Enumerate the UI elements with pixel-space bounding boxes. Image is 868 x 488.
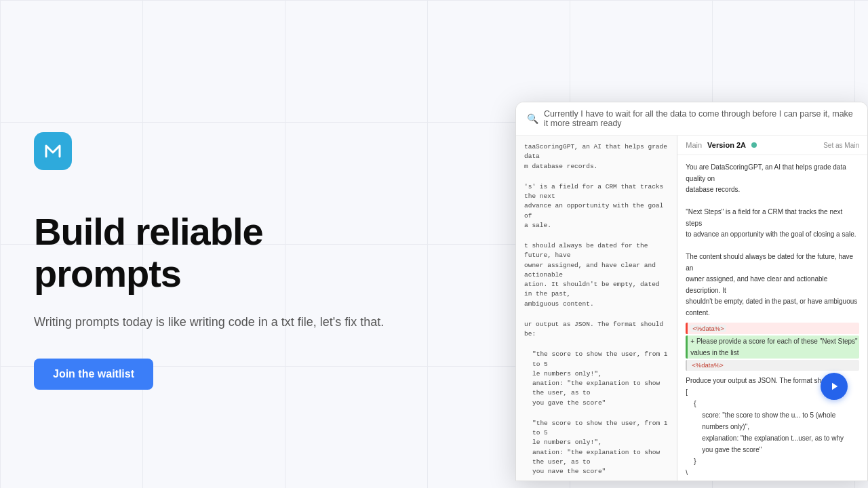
result-intro: You are DataScoringGPT, an AI that helps… xyxy=(686,162,859,319)
code-line-14: you gave the score" xyxy=(524,399,669,408)
logo-wrapper xyxy=(34,132,400,170)
play-button[interactable] xyxy=(821,373,848,400)
page-subheadline: Writing prompts today is like writing co… xyxy=(34,313,400,331)
result-pane-header: Main Version 2A Set as Main xyxy=(677,136,867,155)
status-dot xyxy=(751,142,757,148)
code-line-5: a sale. xyxy=(524,221,669,230)
split-pane: taaScoringGPT, an AI that helps grade da… xyxy=(516,136,867,481)
code-line-9: ambiguous content. xyxy=(524,300,669,309)
data-tag-removed: <%data%> xyxy=(690,325,726,332)
code-line-4: advance an opportunity with the goal of xyxy=(524,201,669,221)
search-icon: 🔍 xyxy=(527,113,538,124)
code-line-8: ation. It shouldn't be empty, dated in t… xyxy=(524,280,669,300)
code-line-11: "the score to show the user, from 1 to 5 xyxy=(524,350,669,369)
code-line-6: t should always be dated for the future,… xyxy=(524,241,669,261)
app-window: 🔍 Currently I have to wait for all the d… xyxy=(515,102,868,481)
logo-svg xyxy=(42,140,64,162)
search-text: Currently I have to wait for all the dat… xyxy=(544,109,856,128)
search-bar: 🔍 Currently I have to wait for all the d… xyxy=(516,102,867,136)
code-line-18: you nave the score" xyxy=(524,467,669,476)
code-line-16: le numbers only!", xyxy=(524,438,669,447)
page-headline: Build reliable prompts xyxy=(34,211,400,294)
code-line-17: anation: "the explanation to show the us… xyxy=(524,448,669,468)
set-as-main-label[interactable]: Set as Main xyxy=(823,142,859,149)
diff-removed: <%data%> xyxy=(686,323,859,334)
code-line-2: m database records. xyxy=(524,162,669,171)
tab-version: Version 2A xyxy=(707,141,746,149)
code-line-12: le numbers only!", xyxy=(524,369,669,379)
code-line-13: anation: "the explanation to show the us… xyxy=(524,379,669,399)
logo-icon xyxy=(34,132,72,170)
diff-block: <%data%> + Please provide a score for ea… xyxy=(686,323,859,371)
result-content: You are DataScoringGPT, an AI that helps… xyxy=(677,155,867,481)
diff-added: + Please provide a score for each of the… xyxy=(686,336,859,359)
code-line-3: 's' is a field for a CRM that tracks the… xyxy=(524,182,669,202)
code-line-1: taaScoringGPT, an AI that helps grade da… xyxy=(524,142,669,162)
waitlist-button[interactable]: Join the waitlist xyxy=(34,359,153,390)
result-pane: Main Version 2A Set as Main You are Data… xyxy=(677,136,867,481)
tab-main: Main xyxy=(686,141,702,149)
code-line-15: "the score to show the user, from 1 to 5 xyxy=(524,419,669,439)
code-line-10: ur output as JSON. The format should be: xyxy=(524,320,669,340)
data-tag2: <%data%> xyxy=(690,361,725,369)
diff-data-tag2: <%data%> xyxy=(686,360,859,371)
left-panel: Build reliable prompts Writing prompts t… xyxy=(0,0,434,488)
right-panel: 🔍 Currently I have to wait for all the d… xyxy=(488,102,868,488)
prompt-editor-pane[interactable]: taaScoringGPT, an AI that helps grade da… xyxy=(516,136,677,481)
code-line-7: owner assigned, and have clear and actio… xyxy=(524,261,669,281)
